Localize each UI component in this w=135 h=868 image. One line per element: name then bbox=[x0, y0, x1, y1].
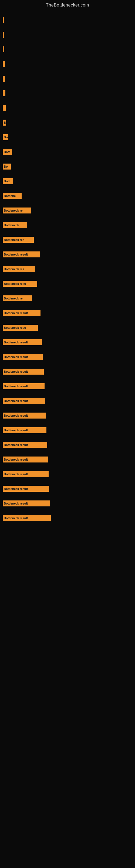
bar: Bottleneck resu bbox=[3, 325, 38, 331]
bar: Bottleneck re bbox=[3, 296, 32, 301]
bar bbox=[3, 76, 5, 82]
bar-row: Bottleneck resu bbox=[3, 281, 132, 287]
bar-label: Bottleneck result bbox=[4, 341, 28, 344]
bar-row bbox=[3, 61, 132, 67]
bar: Bottlene bbox=[3, 193, 21, 199]
bar-label: Bottleneck result bbox=[4, 429, 28, 432]
bar: Bottleneck result bbox=[3, 398, 45, 404]
bar-label: Bottleneck result bbox=[4, 399, 28, 403]
bar-label: Bo bbox=[4, 135, 8, 139]
bar-label: Bottleneck resu bbox=[4, 282, 26, 285]
bar-row: Bottleneck re bbox=[3, 208, 132, 214]
bar-label: Bottlene bbox=[4, 194, 16, 197]
bar-row: Bottleneck res bbox=[3, 237, 132, 243]
bar-row: Bottleneck re bbox=[3, 296, 132, 301]
bar: Bottleneck result bbox=[3, 412, 46, 418]
bar-row: Bottleneck res bbox=[3, 266, 132, 272]
bar: Bottleneck result bbox=[3, 369, 44, 375]
bar-label: Bottleneck res bbox=[4, 238, 24, 241]
bar: Bottleneck resu bbox=[3, 281, 37, 287]
bar-row: Bottleneck result bbox=[3, 412, 132, 418]
bar-row: Bottleneck result bbox=[3, 354, 132, 360]
bar-row bbox=[3, 32, 132, 38]
bar-label: Bottleneck result bbox=[4, 414, 28, 417]
bar-label: Bott bbox=[4, 180, 10, 183]
bar: Bottleneck result bbox=[3, 442, 47, 448]
bar-label: Bottleneck result bbox=[4, 384, 28, 388]
bar bbox=[3, 90, 5, 96]
bar: Bottleneck result bbox=[3, 471, 49, 477]
bar bbox=[3, 32, 4, 38]
bar-label: Bottleneck result bbox=[4, 458, 28, 461]
bar-label: Bottleneck result bbox=[4, 311, 28, 315]
bar: Bottleneck re bbox=[3, 208, 31, 214]
bar: Bottleneck result bbox=[3, 457, 48, 463]
bar-label: Bottleneck re bbox=[4, 209, 23, 212]
bar: Bottleneck res bbox=[3, 266, 35, 272]
bar-row: Bottleneck result bbox=[3, 398, 132, 404]
bar-label: Bottleneck resu bbox=[4, 326, 26, 329]
bar: B bbox=[3, 120, 6, 126]
bar-row bbox=[3, 46, 132, 52]
bar-row: Bo bbox=[3, 134, 132, 140]
bars-container: BBoBottBoBottBottleneBottleneck reBottle… bbox=[0, 9, 135, 527]
bar-label: Bottleneck bbox=[4, 223, 19, 227]
bar-label: B bbox=[4, 121, 6, 124]
bar-row: Bottleneck result bbox=[3, 383, 132, 389]
bar-label: Bottleneck result bbox=[4, 517, 28, 520]
bar-row: Bo bbox=[3, 163, 132, 169]
bar-label: Bottleneck result bbox=[4, 472, 28, 476]
bar: Bottleneck result bbox=[3, 500, 50, 506]
bar-label: Bottleneck re bbox=[4, 297, 23, 300]
bar: Bottleneck result bbox=[3, 383, 45, 389]
bar-row bbox=[3, 90, 132, 96]
bar-row: Bottleneck result bbox=[3, 369, 132, 375]
bar-row bbox=[3, 17, 132, 23]
bar-label: Bottleneck result bbox=[4, 487, 28, 490]
bar-row: Bottleneck result bbox=[3, 427, 132, 433]
bar-label: Bottleneck result bbox=[4, 443, 28, 446]
bar: Bott bbox=[3, 178, 13, 184]
bar bbox=[3, 105, 6, 111]
bar-label: Bottleneck result bbox=[4, 355, 28, 359]
bar: Bottleneck result bbox=[3, 515, 51, 521]
bar-row: B bbox=[3, 120, 132, 126]
bar: Bottleneck bbox=[3, 222, 27, 228]
bar: Bottleneck result bbox=[3, 310, 41, 316]
bar-row: Bottleneck result bbox=[3, 251, 132, 257]
bar-row: Bottleneck result bbox=[3, 471, 132, 477]
bar bbox=[3, 61, 5, 67]
bar-label: Bottleneck result bbox=[4, 502, 28, 505]
bar: Bo bbox=[3, 134, 8, 140]
bar-row: Bottleneck bbox=[3, 222, 132, 228]
bar-row: Bottleneck result bbox=[3, 500, 132, 506]
bar: Bottleneck res bbox=[3, 237, 34, 243]
bar-label: Bottleneck result bbox=[4, 370, 28, 373]
bar-row: Bottleneck result bbox=[3, 442, 132, 448]
bar-row: Bottleneck resu bbox=[3, 325, 132, 331]
bar-row bbox=[3, 76, 132, 82]
bar: Bottleneck result bbox=[3, 354, 43, 360]
bar: Bottleneck result bbox=[3, 427, 46, 433]
bar-label: Bottleneck result bbox=[4, 253, 28, 256]
bar bbox=[3, 17, 4, 23]
bar-label: Bott bbox=[4, 150, 10, 154]
bar-label: Bottleneck res bbox=[4, 268, 24, 271]
bar bbox=[3, 46, 4, 52]
bar-label: Bo bbox=[4, 165, 8, 168]
bar-row: Bott bbox=[3, 178, 132, 184]
bar-row: Bottleneck result bbox=[3, 486, 132, 492]
bar-row: Bottleneck result bbox=[3, 339, 132, 345]
bar-row: Bott bbox=[3, 149, 132, 155]
bar-row: Bottleneck result bbox=[3, 310, 132, 316]
bar: Bottleneck result bbox=[3, 251, 40, 257]
bar-row: Bottleneck result bbox=[3, 457, 132, 463]
bar: Bottleneck result bbox=[3, 339, 42, 345]
bar-row bbox=[3, 105, 132, 111]
bar: Bott bbox=[3, 149, 12, 155]
bar-row: Bottleneck result bbox=[3, 515, 132, 521]
bar-row: Bottlene bbox=[3, 193, 132, 199]
site-title: TheBottlenecker.com bbox=[0, 0, 135, 9]
bar: Bo bbox=[3, 163, 11, 169]
bar: Bottleneck result bbox=[3, 486, 49, 492]
